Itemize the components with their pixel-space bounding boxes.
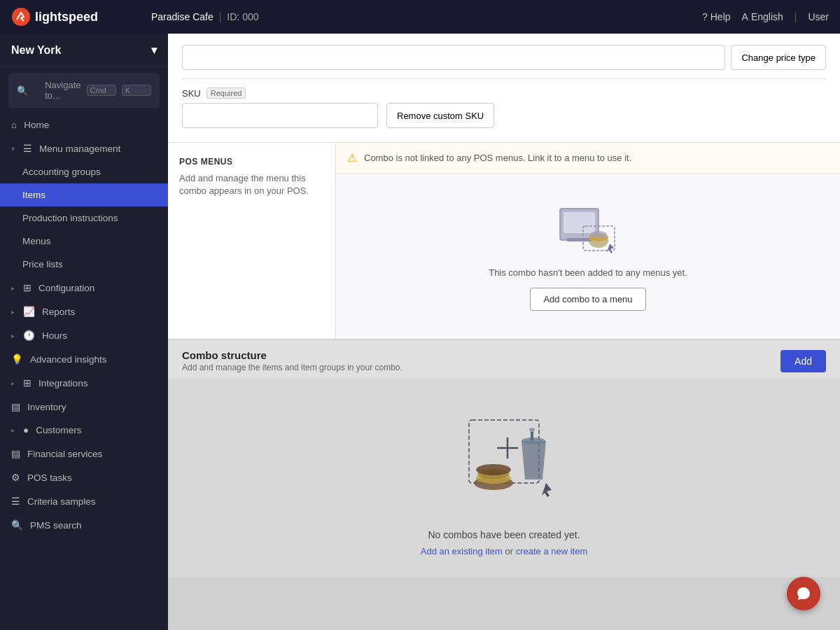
add-existing-item-link[interactable]: Add an existing item <box>421 546 503 556</box>
sidebar-item-label: Integrations <box>38 378 88 388</box>
chevron-right-icon: ▸ <box>11 379 15 387</box>
sidebar-item-accounting-groups[interactable]: Accounting groups <box>0 160 168 183</box>
warning-banner: ⚠ Combo is not linked to any POS menus. … <box>336 143 840 174</box>
sidebar-item-label: PMS search <box>30 520 82 531</box>
sidebar-item-label: Financial services <box>27 449 102 459</box>
sidebar-item-pos-tasks[interactable]: ⚙ POS tasks <box>0 465 168 489</box>
svg-rect-2 <box>564 212 595 233</box>
sidebar-item-financial-services[interactable]: ▤ Financial services <box>0 442 168 465</box>
combo-structure-title: Combo structure <box>182 349 402 361</box>
combo-structure-header: Combo structure Add and manage the items… <box>168 339 840 378</box>
sidebar-item-label: POS tasks <box>27 472 72 483</box>
nav-separator: | <box>794 11 797 22</box>
sidebar-item-label: Hours <box>42 330 67 341</box>
empty-menus-area: This combo hasn't been added to any menu… <box>336 174 840 339</box>
sidebar-item-items[interactable]: Items <box>0 183 168 206</box>
chat-fab[interactable] <box>787 577 820 610</box>
sidebar-item-label: Menus <box>22 236 51 246</box>
search-shortcut-k: K <box>122 85 151 96</box>
warning-text: Combo is not linked to any POS menus. Li… <box>364 153 631 163</box>
sidebar-item-criteria-samples[interactable]: ☰ Criteria samples <box>0 489 168 513</box>
config-icon: ⊞ <box>23 282 31 293</box>
chevron-right-icon: ▸ <box>11 308 15 316</box>
content-area: Change price type SKU Required Remove cu… <box>168 34 840 630</box>
chevron-right-icon: ▸ <box>11 426 15 434</box>
user-button[interactable]: User <box>808 11 829 22</box>
pos-menus-title: POS MENUS <box>179 157 324 167</box>
chevron-right-icon: ▸ <box>11 284 15 292</box>
menu-empty-illustration <box>556 202 620 258</box>
sidebar-item-label: Configuration <box>38 283 94 293</box>
sidebar-item-reports[interactable]: ▸ 📈 Reports <box>0 300 168 323</box>
topnav-right: ? Help A English | User <box>702 11 829 22</box>
sidebar-item-label: Production instructions <box>22 213 118 223</box>
location-selector[interactable]: New York ▾ <box>0 34 168 67</box>
sidebar-item-inventory[interactable]: ▤ Inventory <box>0 395 168 419</box>
logo: lightspeed <box>11 7 151 27</box>
navigate-search[interactable]: 🔍 Navigate to... Cmd K <box>8 73 160 108</box>
financial-icon: ▤ <box>11 448 20 459</box>
sidebar-item-customers[interactable]: ▸ ● Customers <box>0 419 168 442</box>
pos-menus-right: ⚠ Combo is not linked to any POS menus. … <box>336 143 840 339</box>
location-id: ID: 000 <box>227 11 258 22</box>
sku-input[interactable] <box>182 103 378 128</box>
sidebar-item-production-instructions[interactable]: Production instructions <box>0 206 168 230</box>
add-combo-button[interactable]: Add <box>780 350 826 372</box>
topnav-center: Paradise Cafe | ID: 000 <box>151 11 702 22</box>
svg-rect-12 <box>531 430 533 441</box>
cafe-name: Paradise Cafe <box>151 11 214 22</box>
sku-label: SKU <box>182 88 201 99</box>
top-navigation: lightspeed Paradise Cafe | ID: 000 ? Hel… <box>0 0 840 34</box>
sidebar-item-integrations[interactable]: ▸ ⊞ Integrations <box>0 371 168 395</box>
combo-header-left: Combo structure Add and manage the items… <box>182 349 402 372</box>
sidebar-item-label: Price lists <box>22 259 63 270</box>
change-price-type-button[interactable]: Change price type <box>731 45 826 70</box>
sidebar-item-price-lists[interactable]: Price lists <box>0 253 168 276</box>
sidebar-item-label: Customers <box>36 425 81 435</box>
divider <box>182 78 826 79</box>
sidebar-item-menus[interactable]: Menus <box>0 230 168 253</box>
language-button[interactable]: A English <box>742 11 783 22</box>
price-input[interactable] <box>182 45 725 70</box>
integrations-icon: ⊞ <box>23 377 31 388</box>
search-placeholder: Navigate to... <box>45 80 80 101</box>
svg-point-17 <box>476 464 511 475</box>
required-badge: Required <box>206 88 246 99</box>
remove-sku-button[interactable]: Remove custom SKU <box>386 103 494 128</box>
sidebar-item-advanced-insights[interactable]: 💡 Advanced insights <box>0 347 168 371</box>
location-name: New York <box>11 44 61 57</box>
combo-structure-description: Add and manage the items and item groups… <box>182 363 402 372</box>
sku-label-row: SKU Required <box>182 88 826 99</box>
combo-empty-area: No combos have been created yet. Add an … <box>168 378 840 578</box>
pos-menus-panel: POS MENUS Add and manage the menu this c… <box>168 143 840 339</box>
sidebar-item-home[interactable]: ⌂ Home <box>0 113 168 136</box>
empty-menus-text: This combo hasn't been added to any menu… <box>489 267 687 278</box>
sidebar-item-label: Reports <box>42 307 75 317</box>
sidebar-item-configuration[interactable]: ▸ ⊞ Configuration <box>0 276 168 300</box>
sidebar-item-label: Home <box>24 120 49 130</box>
pos-menus-content: POS MENUS Add and manage the menu this c… <box>168 143 840 339</box>
pos-menus-left: POS MENUS Add and manage the menu this c… <box>168 143 336 339</box>
search-icon: 🔍 <box>17 85 39 96</box>
price-input-row: Change price type <box>182 45 826 70</box>
insights-icon: 💡 <box>11 354 23 365</box>
lightspeed-logo-icon <box>11 7 31 27</box>
sidebar-item-pms-search[interactable]: 🔍 PMS search <box>0 513 168 537</box>
sidebar-item-label: Items <box>22 190 46 200</box>
sidebar-item-label: Accounting groups <box>22 167 101 177</box>
chevron-down-icon: ▾ <box>11 145 15 153</box>
sidebar-item-menu-management[interactable]: ▾ ☰ Menu management <box>0 136 168 160</box>
customers-icon: ● <box>23 425 29 435</box>
help-button[interactable]: ? Help <box>702 11 731 22</box>
svg-point-0 <box>12 8 30 26</box>
sidebar-item-label: Criteria samples <box>27 496 96 507</box>
chevron-down-icon: ▾ <box>151 43 157 57</box>
create-new-item-link[interactable]: create a new item <box>516 546 588 556</box>
sidebar-item-hours[interactable]: ▸ 🕐 Hours <box>0 323 168 347</box>
svg-point-7 <box>590 231 607 238</box>
add-combo-to-menu-button[interactable]: Add combo to a menu <box>530 288 645 311</box>
reports-icon: 📈 <box>23 306 35 317</box>
sidebar-item-label: Advanced insights <box>30 354 107 365</box>
combo-empty-text: No combos have been created yet. <box>428 529 580 540</box>
sidebar: New York ▾ 🔍 Navigate to... Cmd K ⌂ Home… <box>0 34 168 630</box>
